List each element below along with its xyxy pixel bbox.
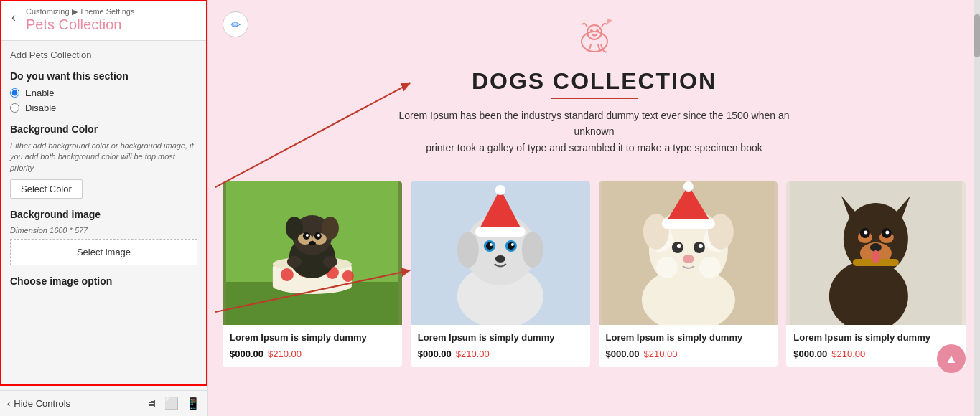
header-text: Customizing ▶ Theme Settings Pets Collec… bbox=[26, 7, 134, 33]
svg-point-12 bbox=[281, 268, 294, 281]
product-prices: $000.00 $210.00 bbox=[418, 349, 583, 359]
disable-radio[interactable]: Disable bbox=[10, 103, 197, 113]
svg-point-24 bbox=[306, 234, 309, 237]
product-name: Lorem Ipsum is simply dummy bbox=[418, 332, 583, 344]
svg-point-72 bbox=[864, 231, 868, 235]
svg-point-41 bbox=[490, 243, 493, 246]
product-card: Lorem Ipsum is simply dummy $000.00 $210… bbox=[599, 181, 778, 367]
hero-desc-line2: printer took a galley of type and scramb… bbox=[426, 142, 762, 153]
tablet-icon[interactable]: ⬜ bbox=[164, 397, 179, 410]
svg-point-5 bbox=[590, 29, 593, 32]
enable-radio-input[interactable] bbox=[10, 88, 19, 98]
product-image-1 bbox=[223, 181, 402, 325]
choose-image-option-label: Choose image option bbox=[10, 275, 197, 287]
enable-radio[interactable]: Enable bbox=[10, 88, 197, 98]
enable-label: Enable bbox=[25, 88, 54, 98]
price-original: $000.00 bbox=[230, 349, 263, 359]
product-image-4 bbox=[786, 181, 966, 325]
hero-pet-icon bbox=[569, 14, 620, 57]
bottom-bar: ‹ Hide Controls 🖥 ⬜ 📱 bbox=[0, 390, 207, 416]
svg-rect-54 bbox=[661, 219, 714, 229]
products-grid: Lorem Ipsum is simply dummy $000.00 $210… bbox=[208, 174, 980, 410]
product-name: Lorem Ipsum is simply dummy bbox=[793, 332, 958, 344]
price-sale: $210.00 bbox=[831, 349, 865, 359]
product-card: Lorem Ipsum is simply dummy $000.00 $210… bbox=[411, 181, 590, 367]
dimension-text: Dimension 1600 * 577 bbox=[10, 226, 197, 235]
svg-point-42 bbox=[511, 243, 514, 246]
product-prices: $000.00 $210.00 bbox=[230, 349, 395, 359]
bg-color-note: Either add background color or backgroun… bbox=[10, 141, 197, 174]
svg-point-15 bbox=[342, 270, 354, 282]
svg-point-27 bbox=[287, 256, 302, 268]
hero-title: DOGS COLLECTION bbox=[237, 68, 951, 95]
price-sale: $210.00 bbox=[268, 349, 302, 359]
hero-icon bbox=[237, 14, 951, 65]
price-sale: $210.00 bbox=[644, 349, 678, 359]
product-name: Lorem Ipsum is simply dummy bbox=[230, 332, 395, 344]
svg-point-40 bbox=[508, 242, 515, 250]
hide-controls-button[interactable]: ‹ Hide Controls bbox=[7, 398, 70, 409]
section-toggle-group: Enable Disable bbox=[10, 88, 197, 113]
product-info: Lorem Ipsum is simply dummy $000.00 $210… bbox=[599, 325, 778, 367]
scrollbar-thumb[interactable] bbox=[974, 14, 980, 57]
svg-point-43 bbox=[495, 255, 505, 263]
bg-image-label: Background image bbox=[10, 209, 197, 220]
svg-point-49 bbox=[655, 257, 677, 278]
add-section-link[interactable]: Add Pets Collection bbox=[10, 49, 197, 60]
hide-controls-label: Hide Controls bbox=[14, 398, 70, 409]
device-icons: 🖥 ⬜ 📱 bbox=[146, 397, 200, 410]
product-card: Lorem Ipsum is simply dummy $000.00 $210… bbox=[786, 181, 966, 367]
svg-point-76 bbox=[872, 250, 880, 263]
svg-point-36 bbox=[522, 232, 543, 268]
section-toggle-label: Do you want this section bbox=[10, 70, 197, 82]
product-info: Lorem Ipsum is simply dummy $000.00 $210… bbox=[223, 325, 402, 367]
back-button[interactable]: ‹ bbox=[7, 9, 20, 27]
panel-title: Pets Collection bbox=[26, 16, 134, 33]
price-original: $000.00 bbox=[606, 349, 640, 359]
settings-panel: ‹ Customizing ▶ Theme Settings Pets Coll… bbox=[0, 0, 208, 416]
svg-point-6 bbox=[596, 29, 599, 32]
desktop-icon[interactable]: 🖥 bbox=[146, 397, 157, 410]
svg-rect-33 bbox=[475, 227, 526, 237]
hero-underline bbox=[551, 98, 638, 99]
product-image-2 bbox=[411, 181, 590, 325]
panel-header: ‹ Customizing ▶ Theme Settings Pets Coll… bbox=[0, 0, 207, 41]
select-image-button[interactable]: Select image bbox=[10, 239, 197, 265]
hero-description: Lorem Ipsum has been the industrys stand… bbox=[379, 108, 810, 156]
svg-point-39 bbox=[486, 242, 493, 250]
price-original: $000.00 bbox=[793, 349, 827, 359]
svg-point-28 bbox=[323, 256, 337, 268]
product-info: Lorem Ipsum is simply dummy $000.00 $210… bbox=[411, 325, 590, 367]
disable-label: Disable bbox=[25, 103, 56, 113]
svg-point-35 bbox=[457, 232, 479, 268]
svg-point-50 bbox=[699, 257, 720, 278]
price-original: $000.00 bbox=[418, 349, 452, 359]
disable-radio-input[interactable] bbox=[10, 103, 19, 113]
svg-point-73 bbox=[886, 231, 890, 235]
product-name: Lorem Ipsum is simply dummy bbox=[606, 332, 771, 344]
product-prices: $000.00 $210.00 bbox=[606, 349, 771, 359]
chevron-left-icon: ‹ bbox=[7, 398, 10, 409]
svg-point-34 bbox=[495, 185, 505, 195]
mobile-icon[interactable]: 📱 bbox=[186, 397, 200, 410]
product-prices: $000.00 $210.00 bbox=[793, 349, 958, 359]
bg-image-section: Background image Dimension 1600 * 577 Se… bbox=[10, 209, 197, 265]
panel-body: Add Pets Collection Do you want this sec… bbox=[0, 41, 207, 416]
scrollbar[interactable] bbox=[974, 0, 980, 416]
scroll-up-button[interactable]: ▲ bbox=[937, 344, 966, 373]
price-sale: $210.00 bbox=[456, 349, 490, 359]
section-hero: DOGS COLLECTION Lorem Ipsum has been the… bbox=[208, 0, 980, 174]
product-image-3 bbox=[599, 181, 778, 325]
bg-color-label: Background Color bbox=[10, 123, 197, 135]
svg-point-26 bbox=[309, 241, 316, 245]
edit-pencil-button[interactable]: ✏ bbox=[223, 11, 248, 37]
svg-point-60 bbox=[682, 255, 694, 263]
bg-color-section: Background Color Either add background c… bbox=[10, 123, 197, 199]
svg-point-59 bbox=[698, 244, 702, 248]
select-color-button[interactable]: Select Color bbox=[10, 179, 83, 199]
hero-desc-line1: Lorem Ipsum has been the industrys stand… bbox=[399, 110, 790, 137]
main-content: ✏ bbox=[208, 0, 980, 416]
product-card: Lorem Ipsum is simply dummy $000.00 $210… bbox=[223, 181, 402, 367]
svg-point-55 bbox=[683, 181, 693, 192]
svg-point-25 bbox=[317, 234, 320, 237]
